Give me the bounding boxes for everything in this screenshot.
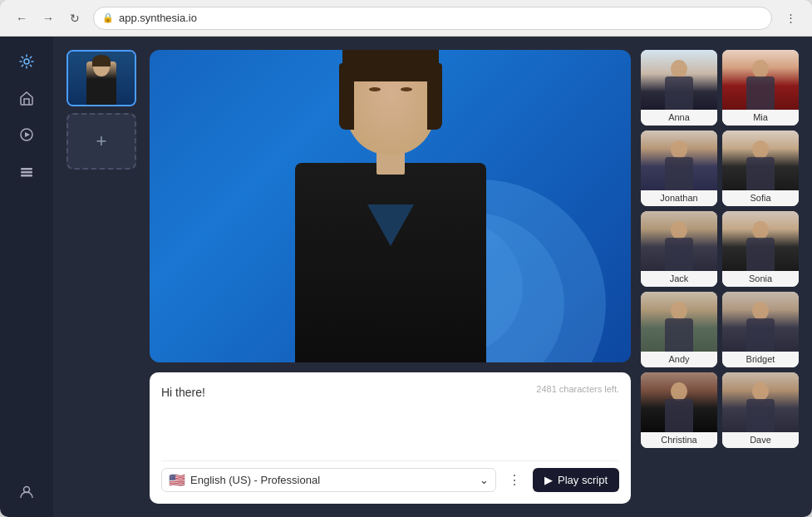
app-sidebar <box>0 37 53 517</box>
avatar-card-jonathan[interactable]: Jonathan <box>641 130 717 206</box>
avatar-portrait-jonathan <box>641 130 717 190</box>
person-figure-dave <box>745 381 776 432</box>
sidebar-item-account[interactable] <box>12 477 42 507</box>
avatar-name-sofia: Sofia <box>722 190 799 206</box>
portrait-bg-christina <box>641 372 717 432</box>
play-icon <box>19 127 34 142</box>
avatar-portrait-jack <box>641 211 717 271</box>
person-figure-andy <box>663 300 695 352</box>
avatar-portrait-andy <box>641 292 717 352</box>
avatar-card-andy[interactable]: Andy <box>641 292 717 367</box>
script-options-button[interactable]: ⋮ <box>503 469 526 492</box>
body-christina <box>665 399 693 432</box>
sidebar-item-home[interactable] <box>12 83 42 113</box>
body-bridget <box>746 318 775 352</box>
avatar-name-jonathan: Jonathan <box>641 190 717 206</box>
body-anna <box>665 76 693 110</box>
svg-rect-3 <box>21 171 32 174</box>
url-text: app.synthesia.io <box>119 12 197 24</box>
home-icon <box>19 91 34 106</box>
video-background <box>150 50 631 362</box>
avatar-card-jack[interactable]: Jack <box>641 211 717 287</box>
browser-menu-button[interactable]: ⋮ <box>779 7 802 30</box>
body-sonia <box>746 238 775 271</box>
avatar-portrait-anna <box>641 50 717 110</box>
avatar-name-christina: Christina <box>641 432 717 448</box>
svg-rect-2 <box>21 168 32 170</box>
person-figure-jonathan <box>663 139 695 190</box>
head-jonathan <box>671 140 687 159</box>
svg-point-0 <box>24 59 29 64</box>
portrait-bg-bridget <box>722 292 799 352</box>
head-mia <box>752 60 769 78</box>
body-mia <box>746 76 775 110</box>
app-content: + <box>0 37 812 517</box>
main-area: + <box>53 37 812 517</box>
head-christina <box>671 382 687 401</box>
avatar-portrait-christina <box>641 372 717 432</box>
sidebar-item-settings[interactable] <box>12 47 42 76</box>
body-andy <box>665 318 693 352</box>
language-arrow-icon: ⌄ <box>480 474 489 486</box>
person-figure-sofia <box>745 139 776 190</box>
head-bridget <box>752 302 769 320</box>
avatar-name-dave: Dave <box>722 432 799 448</box>
avatar-card-christina[interactable]: Christina <box>641 372 717 448</box>
avatar-name-mia: Mia <box>722 110 799 126</box>
sidebar-item-layers[interactable] <box>12 156 42 186</box>
body-dave <box>746 399 775 432</box>
play-script-label: Play script <box>558 474 608 486</box>
account-icon <box>19 485 34 500</box>
portrait-bg-anna <box>641 50 717 110</box>
scene-list-panel: + <box>66 50 140 504</box>
avatar-portrait-dave <box>722 372 799 432</box>
person-figure-christina <box>663 381 695 432</box>
avatar-card-sofia[interactable]: Sofia <box>722 130 799 206</box>
head-andy <box>671 302 687 320</box>
avatar-card-dave[interactable]: Dave <box>722 372 799 448</box>
add-scene-button[interactable]: + <box>66 113 136 170</box>
avatar-card-anna[interactable]: Anna <box>641 50 717 126</box>
body-jonathan <box>665 157 693 190</box>
script-editor: 2481 characters left. Hi there! 🇺🇸 Engli… <box>150 372 631 504</box>
avatar-card-mia[interactable]: Mia <box>722 50 799 126</box>
play-script-button[interactable]: ▶ Play script <box>533 468 619 492</box>
avatar-panel: AnnaMiaJonathanSofiaJackSoniaAndyBridget… <box>641 50 799 504</box>
avatar-name-sonia: Sonia <box>722 271 799 287</box>
svg-rect-4 <box>21 175 32 177</box>
scene-thumbnail-1[interactable] <box>66 50 136 106</box>
language-label: English (US) - Professional <box>190 474 320 486</box>
portrait-bg-andy <box>641 292 717 352</box>
person-figure-sonia <box>745 219 776 271</box>
avatar-name-jack: Jack <box>641 271 717 287</box>
head-sofia <box>752 140 769 159</box>
video-preview <box>150 50 631 362</box>
body-sofia <box>746 157 775 190</box>
char-count: 2481 characters left. <box>536 384 619 394</box>
person-figure-bridget <box>745 300 776 352</box>
main-avatar <box>274 80 507 362</box>
avatar-name-bridget: Bridget <box>722 352 799 367</box>
head-dave <box>752 382 769 401</box>
browser-toolbar: ← → ↻ 🔒 app.synthesia.io ⋮ <box>0 0 812 37</box>
avatar-portrait-sonia <box>722 211 799 271</box>
back-button[interactable]: ← <box>10 7 33 30</box>
script-textarea[interactable]: Hi there! <box>161 384 619 451</box>
avatar-grid: AnnaMiaJonathanSofiaJackSoniaAndyBridget… <box>641 50 799 448</box>
flag-icon: 🇺🇸 <box>169 472 185 488</box>
lock-icon: 🔒 <box>102 12 114 23</box>
sidebar-item-play[interactable] <box>12 120 42 150</box>
settings-icon <box>19 54 34 69</box>
avatar-card-bridget[interactable]: Bridget <box>722 292 799 367</box>
address-bar[interactable]: 🔒 app.synthesia.io <box>93 7 772 30</box>
forward-button[interactable]: → <box>37 7 60 30</box>
portrait-bg-jonathan <box>641 130 717 190</box>
browser-window: ← → ↻ 🔒 app.synthesia.io ⋮ <box>0 0 812 517</box>
reload-button[interactable]: ↻ <box>63 7 86 30</box>
portrait-bg-mia <box>722 50 799 110</box>
avatar-name-anna: Anna <box>641 110 717 126</box>
avatar-card-sonia[interactable]: Sonia <box>722 211 799 287</box>
layers-icon <box>19 164 34 179</box>
language-selector[interactable]: 🇺🇸 English (US) - Professional ⌄ <box>161 468 496 492</box>
person-figure-anna <box>663 58 695 110</box>
